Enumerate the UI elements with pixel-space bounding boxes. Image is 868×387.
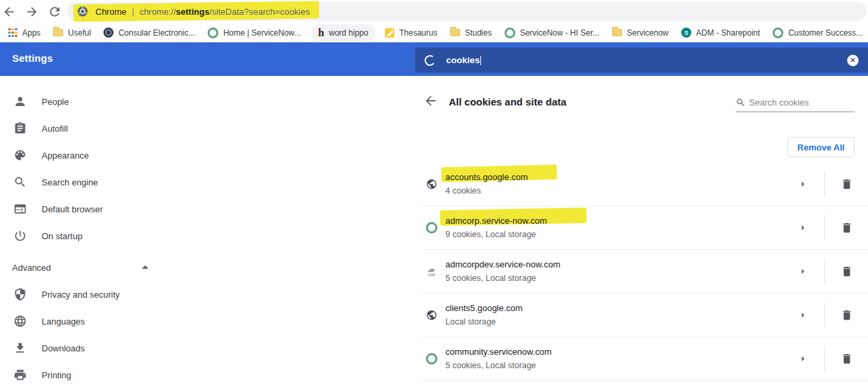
shield-icon: [13, 288, 27, 301]
sidebar-item-label: Printing: [42, 370, 71, 380]
site-domain: community.servicenow.com: [445, 345, 552, 359]
download-icon: [13, 341, 27, 355]
row-divider: [824, 215, 825, 241]
clear-search-icon[interactable]: ✕: [847, 54, 859, 66]
site-row-community-servicenow[interactable]: community.servicenow.com 5 cookies, Loca…: [422, 337, 868, 381]
sidebar-item-label: Privacy and security: [42, 290, 120, 300]
sidebar-item-appearance[interactable]: Appearance: [0, 142, 410, 169]
address-bar[interactable]: Chrome | chrome://settings/siteData?sear…: [67, 2, 867, 21]
sidebar-item-printing[interactable]: Printing: [0, 361, 410, 387]
bookmark-label: Consular Electronic...: [118, 28, 195, 38]
site-row-admcorp-servicenow[interactable]: admcorp.service-now.com 9 cookies, Local…: [422, 206, 868, 250]
delete-site-icon[interactable]: [840, 178, 853, 191]
bookmarks-bar: Apps Useful Consular Electronic... Home …: [0, 23, 868, 42]
thesaurus-icon: [385, 28, 394, 38]
bookmark-home-servicenow[interactable]: Home | ServiceNow...: [208, 28, 300, 38]
reload-icon[interactable]: [46, 3, 63, 20]
row-divider: [824, 259, 825, 284]
sidebar-advanced-toggle[interactable]: Advanced: [0, 254, 410, 281]
chrome-settings-window: Chrome | chrome://settings/siteData?sear…: [0, 0, 868, 387]
sidebar-item-privacy-security[interactable]: Privacy and security: [0, 281, 410, 308]
row-divider: [824, 302, 825, 328]
bookmark-folder-useful[interactable]: Useful: [53, 28, 91, 38]
expand-chevron-icon[interactable]: [797, 178, 809, 190]
palette-icon: [13, 148, 27, 162]
delete-site-icon[interactable]: [840, 222, 853, 234]
wordhippo-icon: h: [318, 28, 324, 38]
sidebar-item-default-browser[interactable]: Default browser: [0, 196, 410, 222]
bookmark-thesaurus[interactable]: Thesaurus: [385, 28, 437, 38]
servicenow-favicon: [426, 222, 437, 234]
search-icon: [13, 175, 27, 189]
folder-icon: [53, 29, 63, 36]
bookmark-label: Home | ServiceNow...: [223, 28, 300, 38]
bookmark-folder-servicenow[interactable]: Servicenow: [612, 28, 668, 38]
settings-search-box[interactable]: cookies ✕: [415, 48, 868, 73]
site-details: 5 cookies, Local storage: [445, 359, 552, 372]
bookmark-consular-electronic[interactable]: Consular Electronic...: [103, 28, 195, 38]
sidebar-item-label: Autofill: [42, 124, 68, 134]
site-details: 4 cookies: [445, 184, 528, 198]
back-arrow-icon[interactable]: [423, 93, 439, 110]
delete-site-icon[interactable]: [840, 309, 853, 322]
back-icon[interactable]: [0, 3, 17, 20]
remove-all-button[interactable]: Remove All: [787, 137, 855, 157]
search-icon: [736, 97, 746, 108]
sidebar-item-label: Downloads: [42, 343, 85, 353]
emblem-icon: [103, 28, 114, 38]
bookmark-adm-sharepoint[interactable]: S ADM - Sharepoint: [681, 28, 760, 38]
delete-site-icon[interactable]: [840, 353, 853, 366]
settings-header: Settings cookies ✕: [0, 42, 868, 76]
delete-site-icon[interactable]: [840, 265, 853, 278]
expand-chevron-icon[interactable]: [797, 309, 809, 321]
site-row-admcorpdev-servicenow[interactable]: ADM admcorpdev.service-now.com 5 cookies…: [422, 250, 868, 294]
expand-chevron-icon[interactable]: [797, 222, 809, 234]
site-domain: accounts.google.com: [445, 171, 528, 184]
printer-icon: [13, 368, 27, 382]
bookmark-word-hippo[interactable]: h word hippo: [311, 24, 376, 42]
sidebar-item-label: Default browser: [42, 204, 103, 214]
bookmark-servicenow-hi[interactable]: ServiceNow - HI Ser...: [505, 28, 599, 38]
sidebar-item-languages[interactable]: Languages: [0, 308, 410, 335]
globe-favicon: [426, 179, 437, 190]
globe-icon: [13, 314, 27, 328]
adm-favicon: ADM: [426, 266, 437, 277]
page-title: Settings: [12, 52, 53, 64]
bookmark-folder-studies[interactable]: Studies: [450, 28, 492, 38]
sharepoint-icon: S: [681, 28, 691, 38]
forward-icon[interactable]: [23, 3, 40, 20]
cookie-search-field[interactable]: [736, 93, 855, 112]
sidebar-item-label: On startup: [42, 231, 83, 241]
sidebar-item-autofill[interactable]: Autofill: [0, 115, 410, 142]
collapse-caret-icon: [142, 265, 148, 269]
cookies-content: All cookies and site data Remove All acc…: [410, 76, 868, 387]
bookmark-label: Customer Success...: [788, 28, 863, 38]
servicenow-icon: [773, 28, 783, 38]
bookmark-customer-success[interactable]: Customer Success...: [773, 28, 863, 38]
bookmark-apps[interactable]: Apps: [8, 28, 40, 38]
site-text: community.servicenow.com 5 cookies, Loca…: [445, 345, 552, 372]
bookmark-label: word hippo: [329, 28, 368, 38]
chrome-favicon: [77, 6, 88, 17]
sidebar-item-people[interactable]: People: [0, 88, 410, 115]
site-row-accounts-google[interactable]: accounts.google.com 4 cookies: [422, 163, 868, 206]
cookie-search-input[interactable]: [749, 97, 855, 108]
site-text: accounts.google.com 4 cookies: [445, 171, 528, 198]
url-suffix: /siteData?search=cookies: [210, 7, 310, 17]
folder-icon: [612, 29, 622, 36]
bookmark-label: ADM - Sharepoint: [696, 28, 760, 38]
sidebar-item-search-engine[interactable]: Search engine: [0, 169, 410, 196]
servicenow-icon: [208, 28, 218, 38]
expand-chevron-icon[interactable]: [797, 265, 809, 277]
sidebar-item-downloads[interactable]: Downloads: [0, 335, 410, 361]
expand-chevron-icon[interactable]: [797, 353, 809, 365]
row-divider: [824, 171, 825, 197]
site-domain: admcorp.service-now.com: [445, 214, 547, 228]
globe-favicon: [426, 310, 437, 321]
site-domain: admcorpdev.service-now.com: [445, 258, 560, 271]
servicenow-favicon: [426, 353, 437, 365]
sidebar-item-on-startup[interactable]: On startup: [0, 222, 410, 249]
text-cursor: [480, 56, 481, 65]
advanced-label: Advanced: [12, 263, 51, 273]
site-row-clients5-google[interactable]: clients5.google.com Local storage: [422, 294, 868, 337]
